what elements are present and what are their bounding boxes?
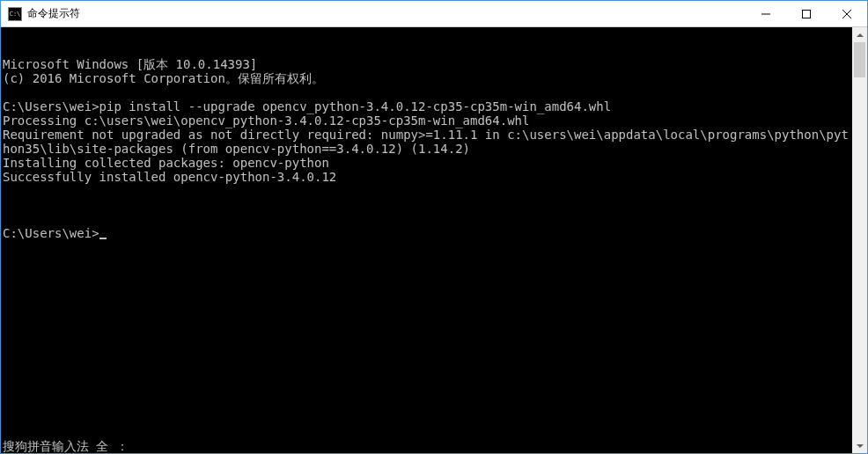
scrollbar-down-button[interactable]: [852, 438, 867, 453]
terminal-line: Requirement not upgraded as not directly…: [3, 128, 852, 156]
terminal-line: Microsoft Windows [版本 10.0.14393]: [3, 57, 852, 71]
terminal-line: Processing c:\users\wei\opencv_python-3.…: [3, 114, 852, 128]
ime-status: 搜狗拼音输入法 全 ：: [3, 439, 129, 453]
terminal-line: [3, 184, 852, 198]
terminal-content[interactable]: Microsoft Windows [版本 10.0.14393](c) 201…: [1, 27, 852, 453]
window-controls: [746, 1, 867, 26]
app-icon: [8, 7, 22, 21]
maximize-icon: [802, 10, 811, 18]
svg-marker-5: [857, 444, 864, 448]
svg-rect-1: [803, 10, 811, 18]
cursor: [99, 238, 107, 239]
minimize-button[interactable]: [746, 1, 786, 26]
chevron-up-icon: [857, 33, 864, 37]
terminal-area: Microsoft Windows [版本 10.0.14393](c) 201…: [1, 27, 867, 453]
command-prompt-window: 命令提示符 Microsoft Windows [版本 10.0.: [0, 0, 868, 454]
svg-marker-4: [857, 33, 864, 37]
terminal-line: Installing collected packages: opencv-py…: [3, 156, 852, 170]
terminal-line: C:\Users\wei>pip install --upgrade openc…: [3, 99, 852, 114]
close-icon: [842, 10, 851, 18]
scrollbar-thumb[interactable]: [854, 42, 865, 77]
scrollbar-track[interactable]: [852, 42, 867, 438]
vertical-scrollbar[interactable]: [852, 27, 867, 453]
terminal-line: Successfully installed opencv-python-3.4…: [3, 170, 852, 184]
terminal-line: [3, 85, 852, 99]
chevron-down-icon: [857, 444, 864, 448]
minimize-icon: [761, 10, 770, 18]
terminal-line: (c) 2016 Microsoft Corporation。保留所有权利。: [3, 71, 852, 85]
terminal-prompt-line: C:\Users\wei>: [3, 226, 852, 240]
close-button[interactable]: [827, 1, 867, 26]
terminal-prompt: C:\Users\wei>: [3, 226, 99, 240]
window-title: 命令提示符: [27, 6, 746, 21]
maximize-button[interactable]: [786, 1, 827, 26]
scrollbar-up-button[interactable]: [852, 27, 867, 42]
titlebar[interactable]: 命令提示符: [1, 1, 867, 27]
